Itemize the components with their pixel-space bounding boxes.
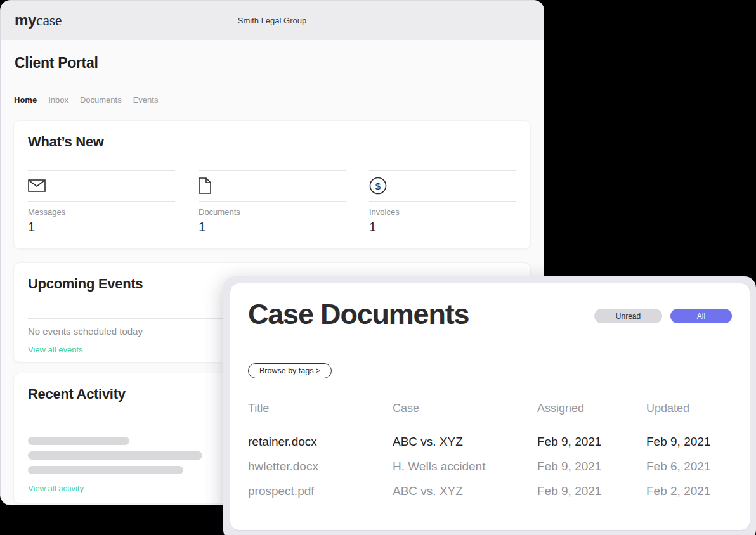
portal-nav: Home Inbox Documents Events [14,95,531,105]
cell-updated: Feb 9, 2021 [646,435,732,449]
documents-table: Title Case Assigned Updated retainer.doc… [248,399,732,504]
svg-text:$: $ [375,181,381,191]
dollar-icon: $ [369,177,387,195]
firm-name: Smith Legal Group [1,1,544,40]
case-documents-card: Case Documents Unread All Browse by tags… [230,283,750,531]
stat-label: Invoices [369,207,516,217]
browse-by-tags-button[interactable]: Browse by tags > [248,363,332,378]
activity-skeleton-bar [28,451,202,460]
table-row[interactable]: hwletter.docx H. Wells accident Feb 9, 2… [248,454,732,479]
cell-case: ABC vs. XYZ [393,484,537,498]
table-row[interactable]: retainer.docx ABC vs. XYZ Feb 9, 2021 Fe… [248,430,732,454]
filter-unread-button[interactable]: Unread [594,309,662,323]
activity-skeleton-bar [28,437,129,445]
whats-new-stats: Messages 1 Documents [28,170,516,235]
column-header-assigned: Assigned [537,402,646,415]
whats-new-card: What’s New Messages 1 [13,120,531,249]
cell-case: ABC vs. XYZ [393,435,537,449]
activity-skeleton-bar [28,466,183,474]
stat-count: 1 [369,220,516,235]
cell-title: prospect.pdf [248,484,393,498]
portal-header: mycase Smith Legal Group [1,1,544,40]
cell-updated: Feb 2, 2021 [646,484,732,498]
case-documents-title: Case Documents [248,299,469,330]
logo-text-my: my [15,11,36,29]
cell-assigned: Feb 9, 2021 [537,460,646,474]
table-row[interactable]: prospect.pdf ABC vs. XYZ Feb 9, 2021 Feb… [248,479,732,504]
divider [369,201,516,202]
nav-item-inbox[interactable]: Inbox [48,95,68,105]
divider [28,201,175,202]
column-header-title: Title [248,402,393,415]
cell-updated: Feb 6, 2021 [646,460,732,474]
filter-all-button[interactable]: All [670,309,732,323]
nav-item-events[interactable]: Events [133,95,159,105]
page-title: Client Portal [15,55,530,72]
cell-assigned: Feb 9, 2021 [537,484,646,498]
column-header-updated: Updated [646,402,732,415]
table-header-row: Title Case Assigned Updated [248,399,732,418]
divider [199,201,346,202]
cell-assigned: Feb 9, 2021 [537,435,646,449]
stat-tile-documents[interactable]: Documents 1 [199,170,346,235]
logo-text-case: case [36,12,62,29]
cell-title: retainer.docx [248,435,393,449]
nav-item-documents[interactable]: Documents [80,95,122,105]
stat-count: 1 [199,220,346,235]
stat-label: Messages [28,207,175,217]
cell-title: hwletter.docx [248,460,393,474]
stat-count: 1 [28,220,175,235]
column-header-case: Case [393,402,537,415]
stat-tile-messages[interactable]: Messages 1 [28,170,175,235]
document-icon [199,177,211,194]
whats-new-title: What’s New [28,134,516,150]
filter-toggle: Unread All [594,309,732,323]
case-documents-window: Case Documents Unread All Browse by tags… [223,276,756,535]
cell-case: H. Wells accident [393,460,537,474]
nav-item-home[interactable]: Home [14,95,37,105]
divider [248,425,732,425]
stat-tile-invoices[interactable]: $ Invoices 1 [369,170,516,235]
view-all-activity-link[interactable]: View all activity [28,484,84,493]
envelope-icon [28,179,46,192]
view-all-events-link[interactable]: View all events [28,345,82,354]
table-body: retainer.docx ABC vs. XYZ Feb 9, 2021 Fe… [248,430,732,504]
stat-label: Documents [199,207,346,217]
mycase-logo[interactable]: mycase [15,13,62,28]
case-documents-header: Case Documents Unread All [248,299,732,330]
